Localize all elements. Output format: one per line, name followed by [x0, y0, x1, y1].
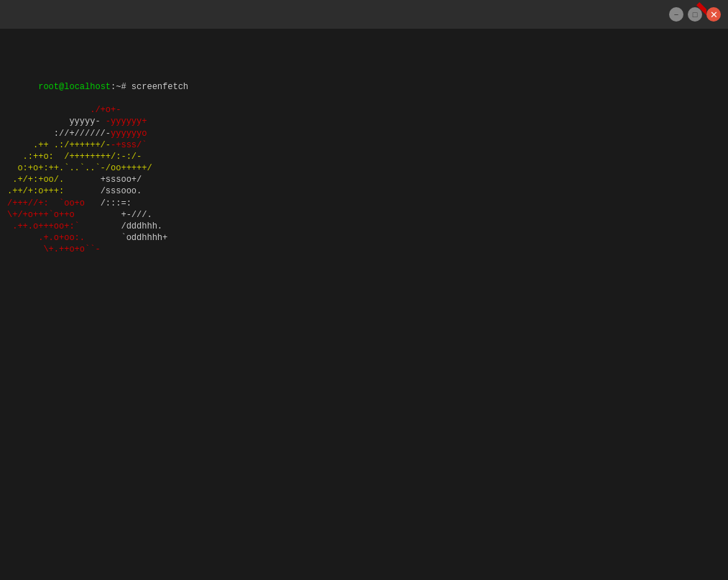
- screenfetch-command: root@localhost:~# screenfetch: [7, 70, 721, 105]
- debug-ribbon: [663, 0, 706, 42]
- main-window: − □ ✕ root@localhost:~# screenfetch ./+o…: [0, 0, 728, 580]
- debug-label: [696, 2, 706, 19]
- terminal-content[interactable]: root@localhost:~# screenfetch ./+o+- yyy…: [0, 29, 728, 580]
- titlebar: − □ ✕: [0, 0, 728, 29]
- screenfetch-output: ./+o+- yyyyy- -yyyyyy+ ://+//////-yyyyyy…: [7, 104, 721, 255]
- close-button[interactable]: ✕: [706, 7, 721, 22]
- ascii-art-screenfetch: ./+o+- yyyyy- -yyyyyy+ ://+//////-yyyyyy…: [7, 104, 252, 255]
- login-line: [7, 34, 721, 70]
